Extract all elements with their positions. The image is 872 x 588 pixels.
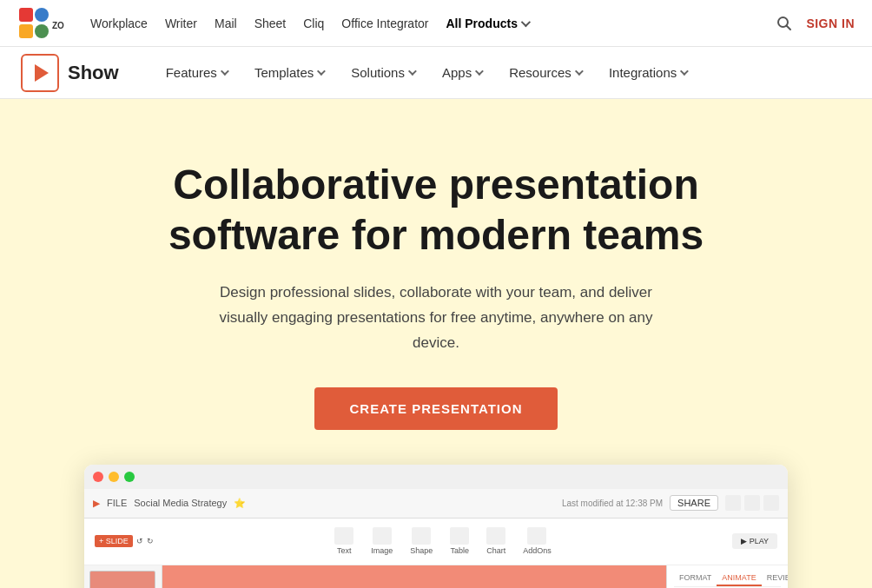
toolbar-filename: Social Media Strategy [134, 498, 227, 508]
minimize-dot [109, 472, 119, 482]
nav-all-products[interactable]: All Products [446, 17, 528, 30]
screenshot-titlebar [84, 465, 788, 489]
features-chevron-icon [221, 67, 229, 76]
top-nav-links: Workplace Writer Mail Sheet Cliq Office … [90, 17, 776, 30]
format-panel-tabs: FORMAT ANIMATE REVIEW [674, 571, 781, 587]
create-presentation-button[interactable]: CREATE PRESENTATION [314, 387, 557, 430]
maximize-dot [124, 472, 135, 482]
search-button[interactable] [776, 16, 792, 31]
sign-in-button[interactable]: SIGN IN [806, 17, 855, 30]
search-icon [776, 16, 792, 31]
svg-text:ZOHO: ZOHO [52, 21, 64, 30]
tools-slide-controls: + SLIDE ↺ ↻ [95, 535, 154, 547]
zoho-logo[interactable]: ZOHO [17, 6, 64, 41]
solutions-chevron-icon [408, 67, 417, 76]
screenshot-file-toolbar: ▶ FILE Social Media Strategy ⭐ Last modi… [84, 489, 788, 519]
svg-rect-3 [35, 24, 49, 38]
screenshot-tools-row: + SLIDE ↺ ↻ Text Image Shape [84, 519, 788, 565]
show-nav-solutions[interactable]: Solutions [339, 58, 426, 87]
toolbar-file-label: FILE [107, 498, 127, 508]
toolbar-last-modified: Last modified at 12:38 PM [562, 499, 663, 508]
show-navigation: Show Features Templates Solutions Apps R… [0, 47, 872, 99]
tool-text[interactable]: Text [334, 527, 353, 555]
svg-line-6 [787, 25, 791, 30]
show-nav-features[interactable]: Features [154, 58, 239, 87]
animate-tab[interactable]: ANIMATE [717, 571, 761, 586]
nav-cliq[interactable]: Cliq [303, 17, 324, 30]
nav-sheet[interactable]: Sheet [254, 17, 287, 30]
all-products-chevron-icon [521, 17, 531, 26]
close-dot [93, 472, 103, 482]
toolbar-share-button[interactable]: SHARE [670, 495, 718, 511]
tool-chart[interactable]: Chart [486, 527, 505, 555]
hero-section: Collaborative presentation software for … [0, 99, 872, 588]
tool-addons[interactable]: AddOns [523, 527, 552, 555]
format-tab[interactable]: FORMAT [674, 571, 717, 586]
integrations-chevron-icon [680, 67, 689, 76]
svg-rect-0 [19, 8, 33, 22]
toolbar-logo-icon: ▶ [93, 499, 100, 508]
show-title: Show [68, 62, 119, 84]
app-screenshot: ▶ FILE Social Media Strategy ⭐ Last modi… [84, 465, 788, 588]
slides-panel: 1 2 3 [84, 565, 162, 588]
slide-canvas[interactable] [162, 565, 666, 588]
show-nav-templates[interactable]: Templates [242, 58, 335, 87]
resources-chevron-icon [575, 67, 584, 76]
tool-image[interactable]: Image [371, 527, 393, 555]
toolbar-star-icon: ⭐ [234, 498, 246, 509]
slide-thumb-1[interactable]: 1 [89, 571, 155, 588]
undo-icon[interactable]: ↺ [136, 537, 143, 545]
tool-shape[interactable]: Shape [410, 527, 433, 555]
redo-icon[interactable]: ↻ [147, 537, 154, 545]
format-panel: FORMAT ANIMATE REVIEW Slide Themes Title… [666, 565, 788, 588]
show-nav-links: Features Templates Solutions Apps Resour… [154, 58, 851, 87]
nav-workplace[interactable]: Workplace [90, 17, 148, 30]
toolbar-icons [725, 495, 779, 511]
play-icon [35, 64, 49, 82]
hero-subtitle: Design professional slides, collaborate … [210, 281, 662, 356]
nav-mail[interactable]: Mail [215, 17, 237, 30]
show-nav-resources[interactable]: Resources [497, 58, 593, 87]
add-slide-button[interactable]: + SLIDE [95, 535, 133, 547]
templates-chevron-icon [317, 67, 326, 76]
screenshot-main-area: 1 2 3 [84, 565, 788, 588]
svg-rect-2 [19, 24, 33, 38]
show-nav-integrations[interactable]: Integrations [597, 58, 698, 87]
play-button[interactable]: ▶ PLAY [732, 533, 777, 549]
top-nav-right: SIGN IN [776, 16, 855, 31]
nav-writer[interactable]: Writer [165, 17, 197, 30]
svg-rect-1 [35, 8, 49, 22]
show-brand[interactable]: Show [21, 54, 119, 92]
apps-chevron-icon [475, 67, 484, 76]
show-logo-icon [21, 54, 59, 92]
show-nav-apps[interactable]: Apps [430, 58, 493, 87]
nav-office-integrator[interactable]: Office Integrator [341, 17, 428, 30]
review-tab[interactable]: REVIEW [762, 571, 788, 586]
top-navigation: ZOHO Workplace Writer Mail Sheet Cliq Of… [0, 0, 872, 47]
tool-table[interactable]: Table [450, 527, 469, 555]
hero-title: Collaborative presentation software for … [132, 160, 740, 260]
